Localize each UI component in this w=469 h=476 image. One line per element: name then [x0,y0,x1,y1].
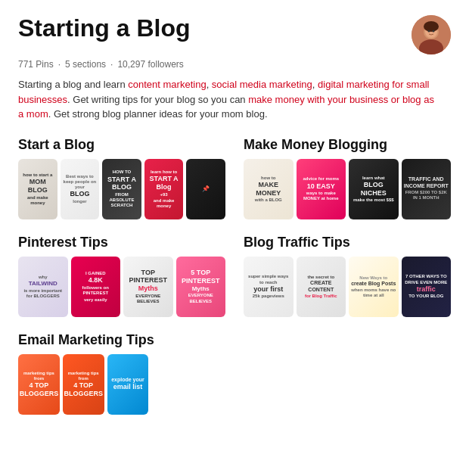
pin-thumb[interactable]: TOP PINTERESTMythsEVERYONE BELIEVES [123,257,173,317]
empty-space [151,354,225,415]
sections-grid: Start a Blog how to start aMOM BLOGand m… [18,137,451,415]
pin-thumb[interactable]: 5 TOP PINTERESTMythsEVERYONE BELIEVES [176,257,226,317]
sections-count: 5 sections [65,59,106,70]
svg-point-4 [424,21,439,32]
pin-thumb[interactable]: super simple ways to reachyour first25k … [244,257,294,317]
header-section: Starting a Blog [18,15,451,54]
pin-thumb[interactable]: I GAINED4.8Kfollowers on PINTERESTvery e… [71,257,121,317]
pin-thumb[interactable]: Best ways to keep people on yourBLOGlong… [61,159,100,219]
board-description: Starting a blog and learn content market… [18,77,442,122]
pin-thumb[interactable]: whyTAILWINDis more important for BLOGGER… [18,257,68,317]
page-container: Starting a Blog 771 Pins · 5 sections · … [0,0,469,430]
svg-point-6 [433,30,435,33]
pins-row-traffic: super simple ways to reachyour first25k … [244,257,451,317]
pin-thumb[interactable]: learn how toSTART A Blog+93and make mone… [144,159,184,219]
pins-row-make-money: how toMAKE MONEYwith a BLOG advice for m… [244,159,451,219]
pin-thumb[interactable]: explode youremail list [107,354,149,415]
section-title-email: Email Marketing Tips [18,332,225,348]
pin-thumb[interactable]: HOW TOSTART A BLOGFROM ABSOLUTE SCRATCH [102,159,141,219]
section-email-marketing: Email Marketing Tips marketing tips from… [18,332,225,415]
pins-row-pinterest: whyTAILWINDis more important for BLOGGER… [18,257,225,317]
pins-row-start-a-blog: how to start aMOM BLOGand make money Bes… [18,159,225,219]
pins-count: 771 Pins [18,59,54,70]
followers-count: 10,297 followers [117,59,183,70]
pin-thumb[interactable]: advice for moms10 EASYways to make MONEY… [297,159,346,219]
pin-thumb[interactable]: marketing tips from4 TOP BLOGGERS [18,354,60,415]
make-money-link[interactable]: make money with your business or blog as… [18,94,434,120]
pins-row-email: marketing tips from4 TOP BLOGGERS market… [18,354,225,415]
meta-bar: 771 Pins · 5 sections · 10,297 followers [18,59,451,70]
section-title-traffic: Blog Traffic Tips [244,235,451,250]
section-title-start-a-blog: Start a Blog [18,137,225,153]
pin-thumb[interactable]: how to start aMOM BLOGand make money [18,159,57,219]
pin-thumb[interactable]: the secret toCREATE CONTENTfor Blog Traf… [297,257,346,317]
pin-thumb[interactable]: learn whatBLOG NICHESmake the most $$$ [349,159,399,219]
section-pinterest-tips: Pinterest Tips whyTAILWINDis more import… [18,235,225,317]
pin-thumb[interactable]: how toMAKE MONEYwith a BLOG [244,159,294,219]
section-make-money-blogging: Make Money Blogging how toMAKE MONEYwith… [244,137,451,219]
page-title: Starting a Blog [18,15,191,42]
pin-thumb[interactable]: marketing tips from4 TOP BLOGGERS [63,354,104,415]
section-title-make-money: Make Money Blogging [244,137,451,153]
title-area: Starting a Blog [18,15,191,42]
avatar[interactable] [412,15,451,54]
section-blog-traffic-tips: Blog Traffic Tips super simple ways to r… [244,235,451,317]
social-media-link[interactable]: social media marketing [212,79,312,90]
pin-thumb[interactable]: New Ways tocreate Blog Postswhen moms ha… [349,257,399,317]
pin-thumb[interactable]: 7 OTHER WAYS TO DRIVE EVEN MOREtrafficTO… [402,257,452,317]
section-start-a-blog: Start a Blog how to start aMOM BLOGand m… [18,137,225,219]
svg-point-5 [428,30,430,33]
content-marketing-link[interactable]: content marketing [128,79,206,90]
pin-thumb[interactable]: 📌 [186,159,225,219]
pin-thumb[interactable]: TRAFFIC AND INCOME REPORTFROM $200 TO $2… [402,159,452,219]
section-title-pinterest: Pinterest Tips [18,235,225,250]
